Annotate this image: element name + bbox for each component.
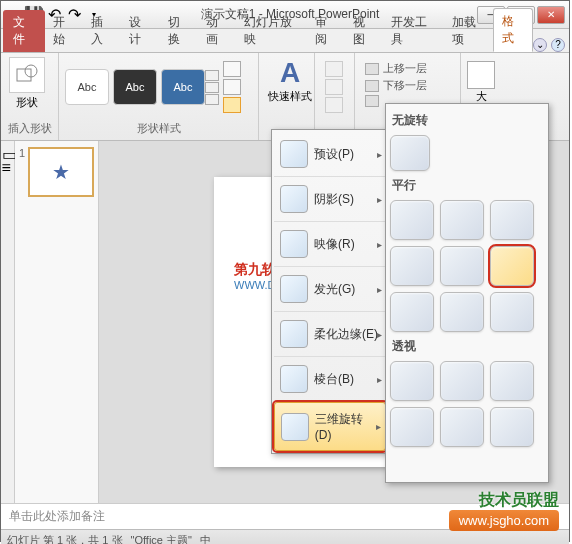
rotation-preset-parallel-6[interactable] <box>490 246 534 286</box>
help-icon[interactable]: ? <box>551 38 565 52</box>
text-effects-icon[interactable] <box>325 97 343 113</box>
rotation-preset-parallel-1[interactable] <box>390 200 434 240</box>
text-outline-icon[interactable] <box>325 79 343 95</box>
rotation-preset-perspective-4[interactable] <box>390 407 434 447</box>
rotation3d-menu-item[interactable]: 三维旋转(D)▸ <box>274 402 386 451</box>
text-fill-icon[interactable] <box>325 61 343 77</box>
file-tab[interactable]: 文件 <box>3 10 45 52</box>
rotation-preset-perspective-1[interactable] <box>390 361 434 401</box>
slide-thumbnail-1[interactable]: ★ <box>28 147 94 197</box>
footer-brand: 技术员联盟 <box>479 490 559 511</box>
rotation-preset-parallel-5[interactable] <box>440 246 484 286</box>
preset-menu-item[interactable]: 预设(P)▸ <box>274 132 386 177</box>
shape-effects-button[interactable] <box>223 97 241 113</box>
glow-menu-item[interactable]: 发光(G)▸ <box>274 267 386 312</box>
gallery-more-button[interactable] <box>205 70 219 105</box>
close-button[interactable]: ✕ <box>537 6 565 24</box>
quick-styles-button[interactable]: A 快速样式 <box>265 57 315 104</box>
slide-number: 1 <box>19 147 25 197</box>
shape-style-gallery[interactable]: Abc Abc Abc <box>65 69 205 105</box>
theme-indicator: "Office 主题" <box>131 533 192 544</box>
style-preset-1[interactable]: Abc <box>65 69 109 105</box>
style-preset-2[interactable]: Abc <box>113 69 157 105</box>
shape-outline-button[interactable] <box>223 79 241 95</box>
tab-slideshow[interactable]: 幻灯片放映 <box>236 10 307 52</box>
tab-developer[interactable]: 开发工具 <box>383 10 443 52</box>
send-backward-button[interactable]: 下移一层 <box>365 78 450 93</box>
reflection-menu-item[interactable]: 映像(R)▸ <box>274 222 386 267</box>
rotation-preset-parallel-7[interactable] <box>390 292 434 332</box>
shape-styles-group-label: 形状样式 <box>65 119 252 136</box>
perspective-label: 透视 <box>392 338 544 355</box>
tab-format[interactable]: 格式 <box>493 8 533 52</box>
ribbon-collapse-icon[interactable]: ⌄ <box>533 38 547 52</box>
shapes-label: 形状 <box>16 95 38 110</box>
svg-rect-0 <box>17 69 31 81</box>
shapes-button[interactable]: 形状 <box>7 57 47 110</box>
insert-shapes-group-label: 插入形状 <box>7 119 52 136</box>
shadow-menu-item[interactable]: 阴影(S)▸ <box>274 177 386 222</box>
rotation-preset-parallel-3[interactable] <box>490 200 534 240</box>
language-indicator[interactable]: 中 <box>200 533 211 544</box>
tab-transitions[interactable]: 切换 <box>160 10 198 52</box>
wordart-icon: A <box>280 57 300 89</box>
shape-effects-menu: 预设(P)▸ 阴影(S)▸ 映像(R)▸ 发光(G)▸ 柔化边缘(E)▸ 棱台(… <box>271 129 389 454</box>
rotation-preset-perspective-5[interactable] <box>440 407 484 447</box>
rotation-preset-parallel-8[interactable] <box>440 292 484 332</box>
bevel-menu-item[interactable]: 棱台(B)▸ <box>274 357 386 402</box>
outline-view-icon[interactable]: ≡ <box>2 159 14 171</box>
rotation-preset-perspective-6[interactable] <box>490 407 534 447</box>
tab-design[interactable]: 设计 <box>121 10 159 52</box>
softedge-menu-item[interactable]: 柔化边缘(E)▸ <box>274 312 386 357</box>
rotation-preset-perspective-2[interactable] <box>440 361 484 401</box>
no-rotation-label: 无旋转 <box>392 112 544 129</box>
slides-view-icon[interactable]: ▭ <box>2 145 14 157</box>
tab-addins[interactable]: 加载项 <box>444 10 493 52</box>
tab-animations[interactable]: 动画 <box>198 10 236 52</box>
rotation-preset-parallel-2[interactable] <box>440 200 484 240</box>
thumbnail-panel[interactable]: 1 ★ <box>15 141 99 503</box>
size-group[interactable]: 大 <box>467 57 495 108</box>
rotation-preset-parallel-9[interactable] <box>490 292 534 332</box>
tab-insert[interactable]: 插入 <box>83 10 121 52</box>
tab-view[interactable]: 视图 <box>345 10 383 52</box>
style-preset-3[interactable]: Abc <box>161 69 205 105</box>
shape-fill-button[interactable] <box>223 61 241 77</box>
slide-indicator: 幻灯片 第 1 张，共 1 张 <box>7 533 123 544</box>
rotation-preset-perspective-3[interactable] <box>490 361 534 401</box>
bring-forward-button[interactable]: 上移一层 <box>365 61 450 76</box>
tab-review[interactable]: 审阅 <box>307 10 345 52</box>
tab-home[interactable]: 开始 <box>45 10 83 52</box>
footer-url: www.jsgho.com <box>449 510 559 531</box>
parallel-label: 平行 <box>392 177 544 194</box>
rotation-gallery-panel: 无旋转 平行 透视 <box>385 103 549 483</box>
rotation-preset-parallel-4[interactable] <box>390 246 434 286</box>
rotation-preset-none[interactable] <box>390 135 430 171</box>
